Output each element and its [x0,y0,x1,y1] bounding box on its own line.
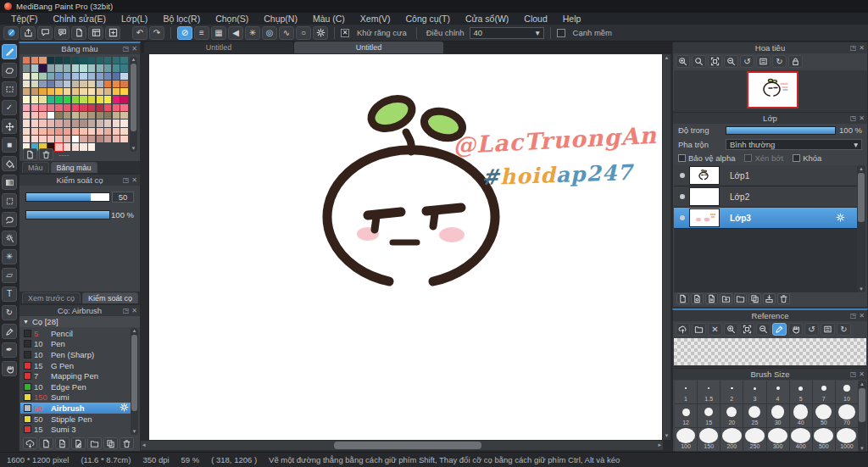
brush-size-cell[interactable]: 70 [836,404,858,427]
color-swatch[interactable] [104,73,111,80]
color-swatch[interactable] [80,57,86,64]
brush-size-cell[interactable]: 20 [721,404,743,427]
brush-row-pencil[interactable]: 5Pencil [20,328,131,339]
antialias-checkbox[interactable]: ✕ [341,29,349,37]
color-swatch[interactable] [113,136,120,142]
tool-stamp[interactable]: ▱ [2,268,17,283]
color-swatch[interactable] [23,128,30,135]
brush-row-edge-pen[interactable]: 10Edge Pen [20,381,131,392]
delete-color-button[interactable] [39,148,53,160]
color-swatch[interactable] [72,104,79,111]
export-icon[interactable] [20,26,36,40]
tool-divide[interactable]: ✒ [2,342,17,358]
color-swatch[interactable] [47,88,54,95]
color-swatch[interactable] [80,112,86,119]
color-swatch[interactable] [55,128,62,135]
close-icon[interactable]: ✕ [131,45,137,53]
color-swatch[interactable] [39,104,46,111]
color-swatch[interactable] [23,104,30,111]
color-swatch[interactable] [113,73,120,80]
color-swatch[interactable] [113,104,120,111]
color-swatch[interactable] [97,104,103,111]
close-icon[interactable]: ✕ [859,370,865,378]
brush-folder-button[interactable] [87,437,102,449]
bubble-icon[interactable] [37,26,53,40]
color-swatch[interactable] [113,57,120,64]
color-swatch[interactable] [72,64,79,71]
color-swatch[interactable] [72,73,79,80]
layer-visibility-dot[interactable] [680,194,685,199]
reference-zoom-out-icon[interactable] [756,323,771,336]
color-swatch[interactable] [72,128,79,135]
color-swatch[interactable] [80,128,86,135]
menu-item-blcr[interactable]: Bộ lọc(R) [155,13,208,25]
color-swatch[interactable] [31,128,38,135]
color-swatch[interactable] [97,96,103,103]
color-swatch[interactable] [72,136,79,142]
reference-rotate-cw-icon[interactable]: ↻ [837,323,851,336]
canvas[interactable]: @LacTruongAn #hoidap247 [149,54,662,440]
color-swatch[interactable] [120,120,127,126]
reference-upload-icon[interactable] [676,323,690,336]
brush-size-cell[interactable]: 40 [790,404,812,427]
color-swatch[interactable] [23,57,30,64]
close-icon[interactable]: ✕ [131,307,137,314]
color-swatch[interactable] [31,64,38,71]
brush-size-cell[interactable]: 7 [813,381,835,403]
color-swatch[interactable] [39,88,46,95]
brush-size-cell[interactable]: 400 [790,428,812,451]
reference-eyedropper-icon[interactable] [772,323,787,336]
canvas-vertical-scrollbar[interactable]: ▲ ▼ [663,54,670,440]
color-swatch[interactable] [64,57,70,64]
popout-icon[interactable]: ◳ [123,307,130,314]
comment-icon[interactable] [54,26,70,40]
color-swatch[interactable] [72,112,79,119]
menu-item-casw[interactable]: Cửa sổ(W) [458,13,516,25]
color-swatch[interactable] [31,112,38,119]
color-swatch[interactable] [88,112,95,119]
color-swatch[interactable] [104,96,111,103]
snap-settings-icon[interactable] [313,26,328,40]
menu-item-help[interactable]: Help [555,13,589,25]
document-tab[interactable]: Untitled [144,42,293,53]
tool-select-move[interactable]: ↻ [2,305,17,320]
color-swatch[interactable] [55,136,62,142]
color-swatch[interactable] [39,96,46,103]
document-icon[interactable] [71,26,86,40]
layer-visibility-dot[interactable] [680,215,685,220]
color-swatch[interactable] [104,136,111,142]
tool-brush[interactable] [2,44,17,59]
tool-lasso[interactable] [2,212,17,227]
color-swatch[interactable] [113,81,120,87]
color-swatch[interactable] [55,88,62,95]
color-swatch[interactable] [39,128,46,135]
color-swatch[interactable] [88,104,95,111]
color-swatch[interactable] [47,96,54,103]
color-swatch[interactable] [88,81,95,87]
color-swatch[interactable] [97,88,103,95]
close-icon[interactable]: ✕ [859,114,865,122]
reference-reset-view-icon[interactable] [821,323,835,336]
navigator-rotate-ccw-icon[interactable]: ↺ [740,55,754,68]
add-folder-button[interactable] [720,293,732,304]
edit-brush-button[interactable] [71,437,86,449]
color-swatch[interactable] [64,88,70,95]
duplicate-button[interactable] [748,293,761,304]
reference-image-area[interactable] [674,338,866,365]
color-swatch[interactable] [23,136,30,142]
color-swatch[interactable] [88,73,95,80]
color-swatch[interactable] [55,96,62,103]
color-swatch[interactable] [80,88,86,95]
undo-icon[interactable]: ↶ [132,26,147,40]
alpha-protect-checkbox[interactable] [678,154,686,162]
color-swatch[interactable] [104,57,111,64]
close-icon[interactable]: ✕ [131,176,137,184]
reference-folder-icon[interactable] [692,323,706,336]
color-swatch[interactable] [80,104,86,111]
brush-row-g-pen[interactable]: 15G Pen [20,360,131,371]
color-swatch[interactable] [31,88,38,95]
snap-ellipse-icon[interactable]: ○ [296,26,311,40]
color-swatch[interactable] [80,96,86,103]
color-swatch[interactable] [120,88,127,95]
brush-size-cell[interactable]: 300 [767,428,789,451]
